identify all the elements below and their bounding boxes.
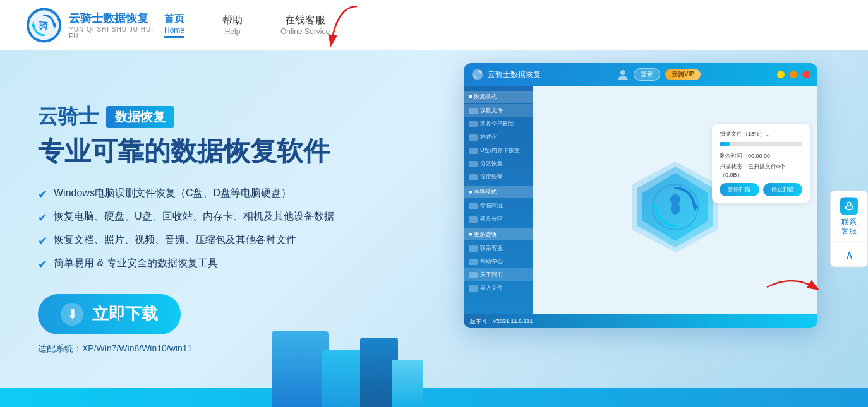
- sw-item-3[interactable]: 格式化: [464, 131, 533, 144]
- nav-home[interactable]: 首页 Home: [164, 13, 184, 38]
- contact-label: 联系客服: [841, 217, 857, 235]
- feature-item-1: ✔ Windows电脑误删文件恢复（C盘、D盘等电脑硬盘）: [38, 187, 341, 201]
- sw-scan-progress-text: 扫描文件（13%）...: [720, 130, 802, 138]
- sw-footer: 版本号：V2021.11.6.111: [464, 314, 817, 328]
- sw-login-area: 登录 云骑VIP: [617, 68, 701, 81]
- svg-point-17: [847, 202, 851, 206]
- contact-icon: [840, 197, 858, 215]
- sw-item-7[interactable]: 受损区域: [464, 199, 533, 213]
- sw-item-icon-9: [469, 245, 478, 252]
- chevron-up-icon: ∧: [845, 247, 853, 261]
- sw-sidebar: ■ 恢复模式 误删文件 回收空已删除 格式化: [464, 86, 533, 328]
- check-icon-2: ✔: [38, 211, 47, 225]
- feature-item-4: ✔ 简单易用 & 专业安全的数据恢复工具: [38, 257, 341, 271]
- sw-item-2[interactable]: 回收空已删除: [464, 117, 533, 131]
- feature-item-3: ✔ 恢复文档、照片、视频、音频、压缩包及其他各种文件: [38, 233, 341, 248]
- sw-item-icon-10: [469, 259, 478, 265]
- sw-item-4[interactable]: U盘/内存卡恢复: [464, 144, 533, 157]
- sw-item-label-8: 硬盘分区: [480, 215, 503, 223]
- check-icon-3: ✔: [38, 234, 47, 248]
- sw-scan-buttons: 暂停扫描 停止扫描: [720, 183, 802, 196]
- sw-item-label-11: 关于我们: [480, 271, 503, 279]
- sw-item-label-4: U盘/内存卡恢复: [480, 146, 520, 155]
- feature-text-2: 恢复电脑、硬盘、U盘、回收站、内存卡、相机及其他设备数据: [54, 210, 334, 223]
- logo-title: 云骑士数据恢复: [69, 11, 164, 26]
- sw-item-label-2: 回收空已删除: [480, 120, 514, 128]
- red-arrow-top-icon: [319, 0, 370, 50]
- svg-point-15: [670, 194, 680, 204]
- sw-item-label-9: 联系客服: [480, 244, 503, 252]
- svg-point-7: [473, 70, 482, 79]
- sw-window-controls: [777, 71, 810, 78]
- sw-item-label-3: 格式化: [480, 133, 497, 141]
- sw-title-text: 云骑士数据恢复: [488, 69, 541, 80]
- sw-item-icon-7: [469, 203, 478, 209]
- check-icon-1: ✔: [38, 187, 47, 201]
- sw-item-11[interactable]: 关于我们: [464, 268, 533, 281]
- nav-help-en: Help: [225, 27, 241, 36]
- check-icon-4: ✔: [38, 257, 47, 271]
- sw-item-icon-4: [469, 148, 478, 154]
- sw-close-btn[interactable]: [802, 71, 810, 78]
- nav-help[interactable]: 帮助 Help: [222, 14, 243, 36]
- download-button[interactable]: ⬇ 立即下载: [38, 294, 181, 334]
- hero-left: 云骑士 数据恢复 专业可靠的数据恢复软件 ✔ Windows电脑误删文件恢复（C…: [0, 78, 379, 379]
- sw-section-header-2: ■ 向导模式: [464, 186, 533, 198]
- sw-item-label-1: 误删文件: [480, 107, 503, 115]
- sw-title-logo: 云骑士数据恢复: [471, 68, 541, 81]
- sw-version: 版本号：V2021.11.6.111: [470, 317, 533, 326]
- sw-item-12[interactable]: 导入文件: [464, 281, 533, 295]
- feature-item-2: ✔ 恢复电脑、硬盘、U盘、回收站、内存卡、相机及其他设备数据: [38, 210, 341, 225]
- float-scroll-top-btn[interactable]: ∧: [830, 242, 868, 268]
- sw-item-1[interactable]: 误删文件: [464, 104, 533, 117]
- svg-rect-18: [845, 206, 847, 208]
- headset-icon: [844, 201, 854, 211]
- sw-item-icon-3: [469, 134, 478, 141]
- hero-title-top: 云骑士 数据恢复: [38, 103, 341, 131]
- feature-text-1: Windows电脑误删文件恢复（C盘、D盘等电脑硬盘）: [54, 187, 291, 200]
- sw-hex-icon: [625, 156, 726, 257]
- logo-text: 云骑士数据恢复 YUN QI SHI SHU JU HUI FU: [69, 11, 164, 40]
- sw-minimize-btn[interactable]: [777, 71, 785, 78]
- sw-pause-button[interactable]: 暂停扫描: [720, 183, 759, 196]
- sw-item-icon-5: [469, 161, 478, 167]
- main-section: 云骑士 数据恢复 专业可靠的数据恢复软件 ✔ Windows电脑误删文件恢复（C…: [0, 50, 868, 407]
- sw-item-6[interactable]: 深度恢复: [464, 170, 533, 184]
- user-avatar-icon: [617, 69, 629, 80]
- float-contact-btn[interactable]: 联系客服: [830, 190, 868, 242]
- sw-sidebar-section-3: ■ 更多选项 联系客服 帮助中心 关于我们 导: [464, 228, 533, 295]
- svg-text:骑: 骑: [39, 20, 49, 30]
- sw-item-icon-6: [469, 174, 478, 180]
- feature-text-4: 简单易用 & 专业安全的数据恢复工具: [54, 257, 218, 270]
- hero-title-main: 专业可靠的数据恢复软件: [38, 136, 341, 167]
- svg-rect-19: [852, 206, 853, 208]
- nav-home-zh: 首页: [164, 13, 184, 26]
- sw-login-button[interactable]: 登录: [634, 68, 660, 81]
- sw-item-label-6: 深度恢复: [480, 173, 503, 181]
- hero-badge: 数据恢复: [106, 106, 174, 128]
- sw-sidebar-section-1: ■ 恢复模式 误删文件 回收空已删除 格式化: [464, 91, 533, 184]
- bottom-strip: [0, 388, 868, 407]
- logo-icon: 骑: [25, 6, 63, 44]
- sw-item-label-7: 受损区域: [480, 202, 503, 210]
- sw-vip-button[interactable]: 云骑VIP: [665, 69, 701, 80]
- sw-stop-button[interactable]: 停止扫描: [763, 183, 803, 196]
- sw-item-10[interactable]: 帮助中心: [464, 255, 533, 268]
- sw-item-9[interactable]: 联系客服: [464, 242, 533, 255]
- sw-item-5[interactable]: 分区恢复: [464, 157, 533, 170]
- sw-item-label-12: 导入文件: [480, 284, 503, 292]
- sw-titlebar: 云骑士数据恢复 登录 云骑VIP: [464, 63, 817, 86]
- float-sidebar: 联系客服 ∧: [830, 190, 868, 268]
- sw-time-info: 剩余时间：00:00:00: [720, 152, 802, 160]
- header: 骑 云骑士数据恢复 YUN QI SHI SHU JU HUI FU 首页 Ho…: [0, 0, 868, 50]
- sw-progress-bar-fill: [720, 142, 730, 146]
- sw-item-icon-1: [469, 108, 478, 114]
- sw-item-icon-8: [469, 216, 478, 223]
- sw-item-8[interactable]: 硬盘分区: [464, 213, 533, 226]
- sw-section-header-1: ■ 恢复模式: [464, 91, 533, 103]
- download-label: 立即下载: [92, 303, 158, 325]
- deco-block-4: [392, 360, 423, 407]
- sw-maximize-btn[interactable]: [790, 71, 797, 78]
- hero-brand: 云骑士: [38, 103, 99, 131]
- nav-home-en: Home: [164, 26, 184, 35]
